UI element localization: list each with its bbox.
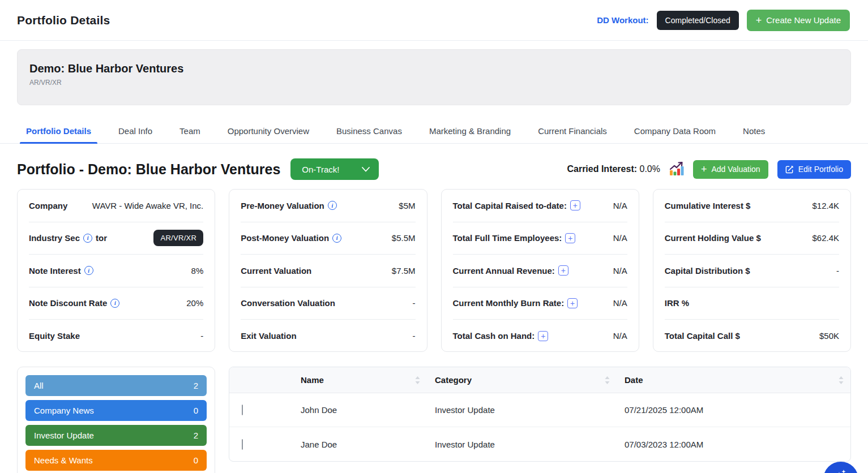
row-label: Cumulative Interest $ xyxy=(665,201,751,210)
row-checkbox[interactable] xyxy=(242,405,243,415)
row-value: N/A xyxy=(613,331,627,341)
cell-category: Investor Update xyxy=(435,405,625,415)
row-label: Pre-Money Valuation i xyxy=(241,201,337,210)
total-employees-row: Total Full Time Employees: + N/A xyxy=(453,222,627,255)
create-new-update-button[interactable]: + Create New Update xyxy=(747,10,850,31)
total-capital-raised-row: Total Capital Raised to-date: + N/A xyxy=(453,190,627,222)
row-value: 20% xyxy=(186,298,203,308)
company-banner-title: Demo: Blue Harbor Ventures xyxy=(29,62,839,75)
row-value: $62.4K xyxy=(812,233,839,243)
cumulative-interest-row: Cumulative Interest $ $12.4K xyxy=(665,190,839,222)
portfolio-heading-actions: Carried Interest: 0.0% + Add Valuation xyxy=(567,160,851,179)
dd-workout-link[interactable]: DD Workout: xyxy=(597,15,648,25)
info-icon[interactable]: i xyxy=(83,234,92,243)
chevron-down-icon xyxy=(362,167,370,172)
tab-opportunity-overview[interactable]: Opportunity Overview xyxy=(221,119,315,143)
table-row[interactable]: John Doe Investor Update 07/21/2025 12:0… xyxy=(229,393,850,427)
info-icon[interactable]: i xyxy=(328,201,337,210)
cell-date: 07/03/2023 12:00AM xyxy=(625,440,850,449)
row-label: Total Capital Call $ xyxy=(665,331,740,341)
add-metric-icon[interactable]: + xyxy=(538,331,548,341)
sparkles-icon xyxy=(833,468,848,473)
total-capital-call-row: Total Capital Call $ $50K xyxy=(665,320,839,352)
tab-deal-info[interactable]: Deal Info xyxy=(112,119,159,143)
filter-all[interactable]: All 2 xyxy=(25,375,207,396)
company-banner: Demo: Blue Harbor Ventures AR/VR/XR xyxy=(17,49,851,105)
valuation-chart-icon[interactable] xyxy=(669,162,684,177)
row-label: Total Full Time Employees: + xyxy=(453,233,576,243)
company-card: Company WAVR - Wide Awake VR, Inc. Indus… xyxy=(17,189,215,352)
table-row[interactable]: Jane Doe Investor Update 07/03/2023 12:0… xyxy=(229,427,850,461)
capital-distribution-row: Capital Distribution $ - xyxy=(665,255,839,287)
current-valuation-row: Current Valuation $7.5M xyxy=(241,255,415,287)
add-metric-icon[interactable]: + xyxy=(567,298,578,308)
info-icon[interactable]: i xyxy=(332,234,341,243)
filter-investor-update[interactable]: Investor Update 2 xyxy=(25,425,207,446)
post-money-valuation-row: Post-Money Valuation i $5.5M xyxy=(241,222,415,255)
row-label: Current Annual Revenue: + xyxy=(453,265,568,276)
tab-notes[interactable]: Notes xyxy=(737,119,771,143)
add-valuation-button[interactable]: + Add Valuation xyxy=(693,160,768,179)
cell-name: John Doe xyxy=(301,405,435,415)
annual-revenue-row: Current Annual Revenue: + N/A xyxy=(453,255,627,287)
row-checkbox[interactable] xyxy=(242,439,243,450)
column-header-date[interactable]: Date xyxy=(625,375,850,385)
tab-team[interactable]: Team xyxy=(173,119,207,143)
tab-business-canvas[interactable]: Business Canvas xyxy=(330,119,408,143)
status-dropdown[interactable]: On-Track! xyxy=(290,158,379,180)
equity-stake-row: Equity Stake - xyxy=(29,320,203,352)
industry-badge: AR/VR/XR xyxy=(153,230,203,246)
row-label: Industry Sec i tor xyxy=(29,233,107,243)
sort-icon[interactable] xyxy=(839,376,844,384)
irr-row: IRR % xyxy=(665,287,839,320)
column-header-name[interactable]: Name xyxy=(301,375,435,385)
row-label: Post-Money Valuation i xyxy=(241,233,341,243)
portfolio-heading-row: Portfolio - Demo: Blue Harbor Ventures O… xyxy=(17,155,851,183)
filter-company-news[interactable]: Company News 0 xyxy=(25,400,207,421)
dd-workout-status-badge[interactable]: Completed/Closed xyxy=(657,11,739,30)
metrics-card: Total Capital Raised to-date: + N/A Tota… xyxy=(441,189,639,352)
sort-icon[interactable] xyxy=(605,376,610,384)
row-value: 8% xyxy=(191,266,204,276)
row-label: Note Discount Rate i xyxy=(29,298,119,308)
add-metric-icon[interactable]: + xyxy=(565,233,575,243)
add-metric-icon[interactable]: + xyxy=(570,200,580,210)
info-icon[interactable]: i xyxy=(110,299,119,308)
row-value: $12.4K xyxy=(812,201,839,210)
row-label: Conversation Valuation xyxy=(241,298,335,308)
updates-section: All 2 Company News 0 Investor Update 2 N… xyxy=(17,367,851,473)
summary-cards: Company WAVR - Wide Awake VR, Inc. Indus… xyxy=(17,189,851,352)
column-header-category[interactable]: Category xyxy=(435,375,625,385)
tab-current-financials[interactable]: Current Financials xyxy=(532,119,613,143)
sort-icon[interactable] xyxy=(415,376,420,384)
row-value: N/A xyxy=(613,233,627,243)
cell-category: Investor Update xyxy=(435,440,625,449)
update-filters-card: All 2 Company News 0 Investor Update 2 N… xyxy=(17,367,215,473)
row-value: N/A xyxy=(613,266,627,276)
row-value: N/A xyxy=(613,201,627,210)
row-label: Current Monthly Burn Rate: + xyxy=(453,298,578,308)
row-label: IRR % xyxy=(665,298,689,308)
filter-needs-wants[interactable]: Needs & Wants 0 xyxy=(25,450,207,471)
row-label: Current Holding Value $ xyxy=(665,233,761,243)
row-value: - xyxy=(413,331,416,341)
filter-count: 2 xyxy=(194,431,198,440)
info-icon[interactable]: i xyxy=(84,266,93,275)
row-label: Total Capital Raised to-date: + xyxy=(453,200,580,210)
edit-portfolio-button[interactable]: Edit Portfolio xyxy=(777,160,851,179)
cell-date: 07/21/2025 12:00AM xyxy=(625,405,850,415)
row-label: Note Interest i xyxy=(29,266,93,276)
plus-icon: + xyxy=(756,15,762,25)
tab-bar: Portfolio Details Deal Info Team Opportu… xyxy=(0,119,868,144)
portfolio-title: Portfolio - Demo: Blue Harbor Ventures xyxy=(17,161,280,178)
tab-marketing-branding[interactable]: Marketing & Branding xyxy=(423,119,517,143)
pre-money-valuation-row: Pre-Money Valuation i $5M xyxy=(241,190,415,222)
add-metric-icon[interactable]: + xyxy=(558,265,568,276)
page-title: Portfolio Details xyxy=(17,14,110,27)
header-actions: DD Workout: Completed/Closed + Create Ne… xyxy=(597,10,850,31)
note-discount-rate-row: Note Discount Rate i 20% xyxy=(29,287,203,320)
company-banner-subtitle: AR/VR/XR xyxy=(29,79,839,87)
row-value: $50K xyxy=(819,331,839,341)
tab-portfolio-details[interactable]: Portfolio Details xyxy=(20,119,97,143)
tab-company-data-room[interactable]: Company Data Room xyxy=(628,119,722,143)
